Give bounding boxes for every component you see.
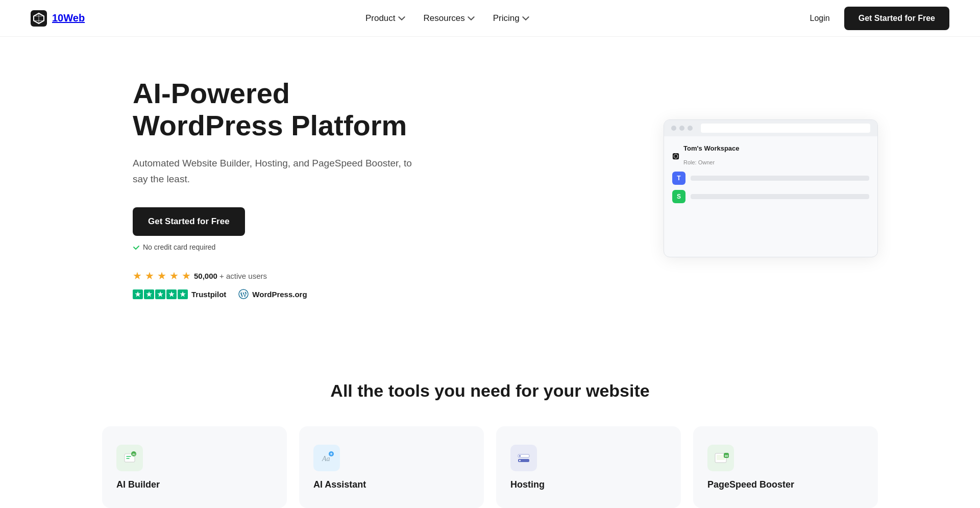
tools-grid: AI AI Builder Aa AI Assistant	[102, 426, 878, 508]
tools-title: All the tools you need for your website	[102, 381, 878, 401]
browser-dot-red	[671, 126, 676, 131]
tool-card-pagespeed: 90 PageSpeed Booster	[693, 426, 878, 508]
avatar-t: T	[672, 172, 685, 185]
no-credit-card-note: No credit card required	[133, 243, 413, 251]
tool-name-pagespeed: PageSpeed Booster	[707, 479, 794, 490]
item-bar-1	[691, 176, 869, 181]
check-icon	[133, 244, 140, 251]
login-button[interactable]: Login	[810, 14, 830, 23]
svg-rect-10	[514, 449, 533, 467]
hero-subtitle: Automated Website Builder, Hosting, and …	[133, 156, 413, 187]
nav-product[interactable]: Product	[365, 13, 405, 23]
svg-rect-17	[717, 455, 725, 460]
chevron-down-icon	[398, 15, 405, 22]
nav-pricing[interactable]: Pricing	[493, 13, 529, 23]
avatar-s: S	[672, 190, 685, 203]
wordpress-badge: WordPress.org	[238, 289, 307, 299]
tool-name-ai-assistant: AI Assistant	[313, 479, 366, 490]
tool-card-ai-builder: AI AI Builder	[102, 426, 287, 508]
svg-point-13	[519, 455, 521, 457]
navbar: 10Web Product Resources Pricing Login Ge…	[0, 0, 980, 37]
browser-dot-yellow	[679, 126, 684, 131]
workspace-item-1: T	[672, 172, 869, 185]
nav-actions: Login Get Started for Free	[810, 7, 949, 30]
nav-links: Product Resources Pricing	[365, 13, 529, 23]
star-rating: ★ ★ ★ ★ ★ 50,000 + active users	[133, 270, 413, 282]
nav-cta-button[interactable]: Get Started for Free	[844, 7, 949, 30]
hero-cta-button[interactable]: Get Started for Free	[133, 207, 245, 236]
tools-section: All the tools you need for your website …	[0, 340, 980, 508]
brand-name: 10Web	[52, 12, 85, 24]
browser-content: Tom's Workspace Role: Owner T S	[664, 136, 877, 216]
browser-dot-green	[688, 126, 693, 131]
hosting-icon	[510, 445, 537, 471]
pagespeed-icon: 90	[707, 445, 734, 471]
tool-name-ai-builder: AI Builder	[116, 479, 160, 490]
logo-link[interactable]: 10Web	[31, 10, 85, 27]
hero-section: AI-Powered WordPress Platform Automated …	[0, 37, 980, 340]
browser-address-bar	[701, 124, 870, 133]
item-bar-2	[691, 194, 869, 199]
nav-resources[interactable]: Resources	[424, 13, 475, 23]
trustpilot-badge: ★ ★ ★ ★ ★ Trustpilot	[133, 289, 226, 299]
ai-assistant-icon: Aa	[313, 445, 340, 471]
ai-builder-icon: AI	[116, 445, 143, 471]
hero-image: Tom's Workspace Role: Owner T S	[664, 119, 878, 257]
tool-card-hosting: Hosting	[496, 426, 681, 508]
wordpress-icon	[238, 289, 249, 299]
browser-bar	[664, 120, 877, 136]
svg-text:AI: AI	[132, 453, 135, 456]
browser-mockup: Tom's Workspace Role: Owner T S	[664, 119, 878, 257]
chevron-down-icon	[468, 15, 475, 22]
tool-card-ai-assistant: Aa AI Assistant	[299, 426, 484, 508]
hero-content: AI-Powered WordPress Platform Automated …	[133, 78, 413, 299]
hero-title: AI-Powered WordPress Platform	[133, 78, 413, 141]
tool-name-hosting: Hosting	[510, 479, 545, 490]
svg-text:Aa: Aa	[322, 455, 330, 463]
social-proof-badges: ★ ★ ★ ★ ★ Trustpilot WordPress.org	[133, 289, 413, 299]
logo-icon	[31, 10, 47, 27]
workspace-header: Tom's Workspace Role: Owner	[672, 144, 869, 167]
chevron-down-icon	[522, 15, 529, 22]
workspace-item-2: S	[672, 190, 869, 203]
svg-point-14	[519, 460, 521, 462]
workspace-logo-icon	[672, 153, 679, 160]
svg-text:90: 90	[725, 454, 728, 457]
